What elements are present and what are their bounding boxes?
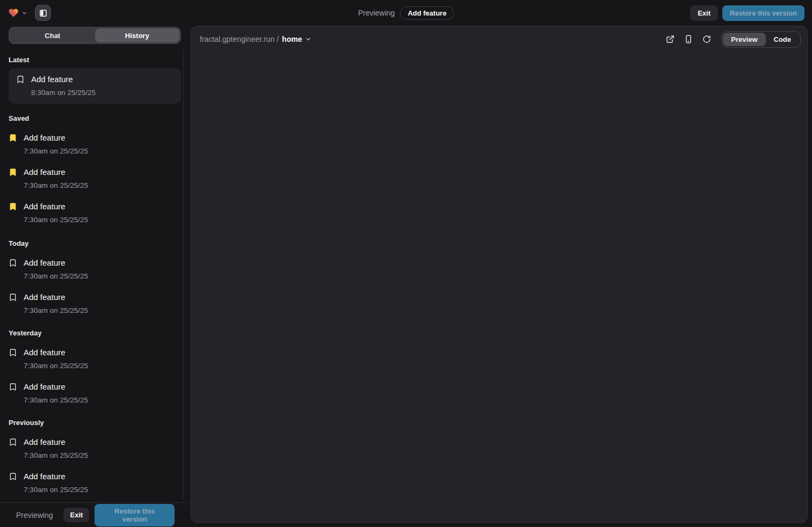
history-item-title: Add feature <box>24 291 66 303</box>
preview-panel: fractal.gptengineer.run / home <box>191 26 808 523</box>
section-title-previously: Previously <box>9 419 181 427</box>
history-item-title: Add feature <box>24 381 66 393</box>
history-item-title: Add feature <box>24 471 66 482</box>
restore-version-button[interactable]: Restore this version <box>95 504 175 526</box>
history-item-title: Add feature <box>24 166 66 178</box>
bookmark-icon[interactable] <box>9 438 17 447</box>
section-title-today: Today <box>9 239 181 247</box>
bookmark-filled-icon[interactable] <box>9 168 17 177</box>
mobile-view-button[interactable] <box>680 31 697 47</box>
history-item[interactable]: Add feature 7:30am on 25/25/25 <box>9 201 181 225</box>
history-item-timestamp: 7:30am on 25/25/25 <box>24 485 181 495</box>
history-item-title: Add feature <box>24 347 66 358</box>
history-item-timestamp: 7:30am on 25/25/25 <box>24 180 181 191</box>
history-item-timestamp: 7:30am on 25/25/25 <box>24 361 181 371</box>
bookmark-icon[interactable] <box>9 348 17 357</box>
preview-viewport[interactable] <box>191 52 807 522</box>
rotate-cw-icon <box>702 35 711 43</box>
url-page: home <box>282 35 302 43</box>
history-item-timestamp: 7:30am on 25/25/25 <box>24 395 181 406</box>
bookmark-icon[interactable] <box>9 293 17 302</box>
history-item-title: Add feature <box>24 132 66 144</box>
history-item-title: Add feature <box>24 201 66 213</box>
sidebar-footer: Previewing Exit Restore this version <box>0 502 191 527</box>
chevron-down-icon <box>305 36 311 42</box>
preview-header: fractal.gptengineer.run / home <box>191 26 807 52</box>
history-item-title: Add feature <box>31 74 73 85</box>
external-link-icon <box>666 35 675 43</box>
history-list[interactable]: Latest Add feature 8:30am on 25/25/25 Sa… <box>0 44 191 502</box>
previewing-label: Previewing <box>358 9 395 17</box>
history-item-timestamp: 7:30am on 25/25/25 <box>24 450 181 461</box>
history-item[interactable]: Add feature 7:30am on 25/25/25 <box>9 257 181 282</box>
tab-preview[interactable]: Preview <box>723 33 765 46</box>
history-item-timestamp: 7:30am on 25/25/25 <box>24 305 181 316</box>
history-item-timestamp: 8:30am on 25/25/25 <box>31 87 173 98</box>
history-item-timestamp: 7:30am on 25/25/25 <box>24 146 181 157</box>
view-toggle: Preview Code <box>721 31 801 48</box>
top-bar: Previewing Add feature Exit Restore this… <box>0 0 812 26</box>
history-item-timestamp: 7:30am on 25/25/25 <box>24 215 181 225</box>
exit-button[interactable]: Exit <box>63 508 89 522</box>
history-item-title: Add feature <box>24 257 66 269</box>
section-title-latest: Latest <box>9 56 181 64</box>
section-title-saved: Saved <box>9 114 181 122</box>
tab-code[interactable]: Code <box>766 33 800 46</box>
tab-history[interactable]: History <box>95 28 180 42</box>
history-item[interactable]: Add feature 7:30am on 25/25/25 <box>9 436 181 461</box>
history-item[interactable]: Add feature 7:30am on 25/25/25 <box>9 291 181 316</box>
sidebar-tab-switcher: Chat History <box>9 27 181 44</box>
preview-url-selector[interactable]: fractal.gptengineer.run / home <box>200 35 311 43</box>
history-item[interactable]: Add feature 7:30am on 25/25/25 <box>9 132 181 157</box>
history-item[interactable]: Add feature 7:30am on 25/25/25 <box>9 166 181 191</box>
version-badge[interactable]: Add feature <box>400 6 454 20</box>
history-item[interactable]: Add feature 8:30am on 25/25/25 <box>9 68 181 104</box>
bookmark-icon[interactable] <box>16 75 25 84</box>
previewing-label: Previewing <box>16 511 53 519</box>
chevron-down-icon <box>21 10 27 16</box>
history-item[interactable]: Add feature 7:30am on 25/25/25 <box>9 471 181 495</box>
history-item[interactable]: Add feature 7:30am on 25/25/25 <box>9 347 181 371</box>
smartphone-icon <box>684 35 693 43</box>
bookmark-icon[interactable] <box>9 383 17 391</box>
section-title-yesterday: Yesterday <box>9 329 181 337</box>
exit-button[interactable]: Exit <box>690 5 718 21</box>
refresh-button[interactable] <box>699 31 715 47</box>
tab-chat[interactable]: Chat <box>10 28 95 42</box>
history-item-title: Add feature <box>24 436 66 448</box>
history-item-timestamp: 7:30am on 25/25/25 <box>24 271 181 282</box>
bookmark-icon[interactable] <box>9 259 17 267</box>
bookmark-filled-icon[interactable] <box>9 134 17 142</box>
open-in-new-tab-button[interactable] <box>662 31 678 47</box>
bookmark-filled-icon[interactable] <box>9 202 17 211</box>
history-item[interactable]: Add feature 7:30am on 25/25/25 <box>9 381 181 406</box>
sidebar-panel-icon <box>39 9 47 17</box>
workspace-menu[interactable] <box>8 8 27 18</box>
sidebar-scrollbar[interactable] <box>183 48 184 499</box>
bookmark-icon[interactable] <box>9 472 17 481</box>
history-sidebar: Chat History Latest Add feature 8:30am o… <box>0 26 191 527</box>
url-domain: fractal.gptengineer.run / <box>200 35 279 43</box>
sidebar-toggle-button[interactable] <box>35 5 51 21</box>
lovable-heart-icon <box>8 8 19 18</box>
restore-version-button[interactable]: Restore this version <box>722 5 804 21</box>
